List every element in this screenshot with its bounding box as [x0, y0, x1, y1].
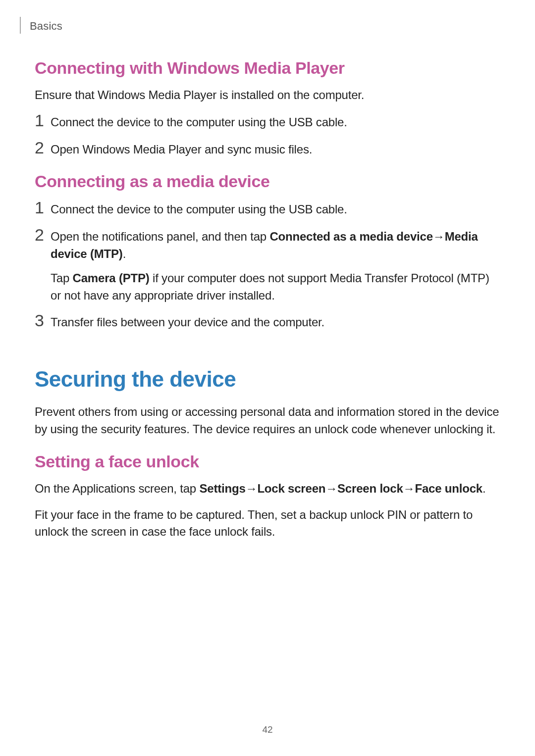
heading-securing: Securing the device — [35, 367, 500, 392]
arrow-icon: → — [433, 228, 445, 246]
text-fragment: . — [482, 482, 485, 495]
media-step-2: 2 Open the notifications panel, and then… — [35, 228, 500, 304]
ui-label: Screen lock — [337, 482, 403, 495]
text-fragment: Open the notifications panel, and then t… — [51, 230, 269, 243]
page-number: 42 — [0, 724, 535, 735]
section-name: Basics — [30, 20, 62, 33]
ui-label: Settings — [199, 482, 245, 495]
wmp-intro: Ensure that Windows Media Player is inst… — [35, 87, 500, 104]
media-step-3: 3 Transfer files between your device and… — [35, 314, 500, 331]
page-header: Basics — [35, 19, 500, 34]
header-rule-icon — [20, 17, 21, 34]
ui-label: Connected as a media device — [269, 230, 432, 243]
securing-intro: Prevent others from using or accessing p… — [35, 403, 500, 438]
ui-label: Face unlock — [415, 482, 482, 495]
arrow-icon: → — [325, 480, 337, 498]
step-text: Open Windows Media Player and sync music… — [51, 141, 500, 158]
wmp-step-1: 1 Connect the device to the computer usi… — [35, 114, 500, 131]
heading-wmp: Connecting with Windows Media Player — [35, 58, 500, 78]
step-number: 1 — [35, 199, 51, 216]
arrow-icon: → — [246, 480, 258, 498]
ui-label: Camera (PTP) — [73, 271, 150, 285]
text-fragment: Tap — [51, 271, 73, 285]
step-text: Connect the device to the computer using… — [51, 201, 500, 218]
heading-face-unlock: Setting a face unlock — [35, 452, 500, 471]
text-fragment: On the Applications screen, tap — [35, 482, 199, 495]
media-step-1: 1 Connect the device to the computer usi… — [35, 201, 500, 218]
step-number: 2 — [35, 139, 51, 156]
step-text: Transfer files between your device and t… — [51, 314, 500, 331]
step-number: 3 — [35, 312, 51, 329]
text-fragment: . — [123, 247, 126, 260]
step-text: Open the notifications panel, and then t… — [51, 228, 500, 304]
step-number: 1 — [35, 112, 51, 129]
step-number: 2 — [35, 226, 51, 243]
arrow-icon: → — [403, 480, 415, 498]
wmp-step-2: 2 Open Windows Media Player and sync mus… — [35, 141, 500, 158]
document-page: Basics Connecting with Windows Media Pla… — [0, 0, 535, 756]
step-note: Tap Camera (PTP) if your computer does n… — [51, 270, 500, 304]
face-unlock-desc: Fit your face in the frame to be capture… — [35, 506, 500, 541]
ui-label: Lock screen — [257, 482, 325, 495]
step-text: Connect the device to the computer using… — [51, 114, 500, 131]
heading-media-device: Connecting as a media device — [35, 172, 500, 191]
face-unlock-path: On the Applications screen, tap Settings… — [35, 480, 500, 498]
